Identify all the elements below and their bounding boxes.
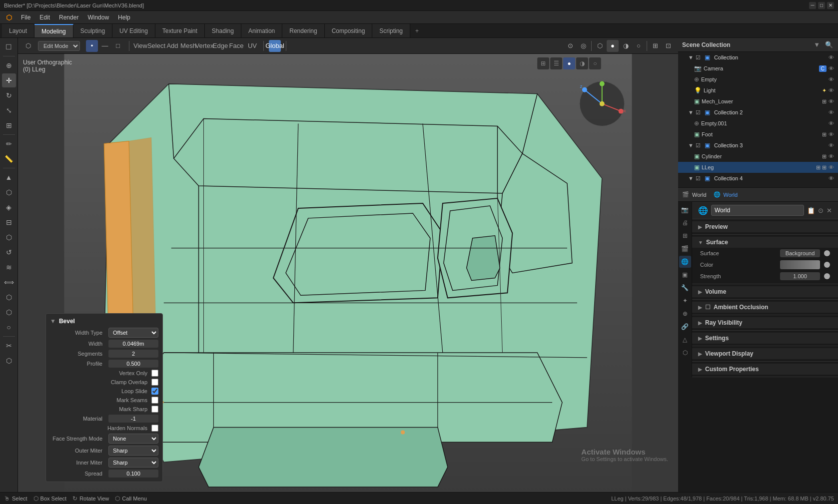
loop-slide-checkbox[interactable] bbox=[151, 388, 158, 395]
surface-dot[interactable] bbox=[824, 250, 830, 256]
tab-scripting[interactable]: Scripting bbox=[372, 24, 410, 37]
maximize-button[interactable]: □ bbox=[818, 2, 825, 9]
shrink-tool[interactable]: ⬡ bbox=[2, 290, 16, 304]
constraints-icon[interactable]: 🔗 bbox=[679, 321, 691, 333]
tab-sculpting[interactable]: Sculpting bbox=[73, 24, 112, 37]
bisect-tool[interactable]: ⬡ bbox=[2, 354, 16, 368]
minimize-button[interactable]: ─ bbox=[809, 2, 816, 9]
global-transform[interactable]: Global bbox=[269, 40, 281, 52]
loop-cut-tool[interactable]: ⊟ bbox=[2, 215, 16, 229]
add-menu[interactable]: Add bbox=[166, 40, 178, 52]
tab-texture-paint[interactable]: Texture Paint bbox=[155, 24, 205, 37]
empty-vis[interactable]: 👁 bbox=[829, 76, 834, 82]
xray-btn[interactable]: ⊡ bbox=[662, 40, 674, 52]
strength-val[interactable]: 1.000 bbox=[780, 272, 820, 280]
cylinder-vis[interactable]: 👁 bbox=[829, 153, 834, 159]
collection4-vis[interactable]: 👁 bbox=[829, 175, 834, 181]
ao-checkbox[interactable]: ☐ bbox=[705, 304, 711, 311]
vertex-menu[interactable]: Vertex bbox=[198, 40, 210, 52]
proportional-icon[interactable]: ◎ bbox=[577, 40, 589, 52]
object-props-icon[interactable]: ▣ bbox=[679, 269, 691, 281]
outliner-search[interactable]: 🔍 bbox=[824, 40, 834, 49]
shading-rendered[interactable]: ○ bbox=[633, 40, 645, 52]
outer-miter-select[interactable]: Sharp Patch Arc bbox=[108, 446, 158, 456]
annotate-tool[interactable]: ✏ bbox=[2, 137, 16, 151]
custom-props-header[interactable]: ▶ Custom Properties bbox=[692, 364, 838, 375]
ao-header[interactable]: ▶ ☐ Ambient Occlusion bbox=[692, 302, 838, 313]
foot-item[interactable]: ▣ Foot ⊞ 👁 bbox=[678, 129, 838, 140]
menu-blender[interactable]: ⬡ bbox=[2, 12, 16, 22]
collection3-root[interactable]: ▼ ☑ ▣ Collection 3 👁 bbox=[678, 140, 838, 151]
color-picker[interactable] bbox=[780, 260, 820, 269]
world-props-icon[interactable]: 🌐 bbox=[679, 256, 691, 268]
volume-header[interactable]: ▶ Volume bbox=[692, 286, 838, 297]
segments-input[interactable]: 2 bbox=[108, 350, 158, 358]
face-menu[interactable]: Face bbox=[230, 40, 242, 52]
bevel-panel-header[interactable]: ▼ Bevel bbox=[46, 317, 162, 327]
poly-build-tool[interactable]: ⬡ bbox=[2, 230, 16, 244]
world-close-icon[interactable]: ✕ bbox=[827, 207, 832, 214]
mark-seams-checkbox[interactable] bbox=[151, 397, 158, 404]
light-vis[interactable]: 👁 bbox=[829, 87, 834, 93]
width-type-select[interactable]: Offset Width Depth Percent bbox=[108, 328, 158, 338]
collection3-vis[interactable]: 👁 bbox=[829, 142, 834, 148]
close-button[interactable]: ✕ bbox=[827, 2, 834, 9]
color-dot[interactable] bbox=[824, 262, 830, 268]
lleg-vis[interactable]: 👁 bbox=[829, 164, 834, 170]
preview-header[interactable]: ▶ Preview bbox=[692, 221, 838, 232]
collection-vis-1[interactable]: 👁 bbox=[829, 54, 834, 60]
face-mode-btn[interactable]: □ bbox=[112, 40, 124, 52]
material-input[interactable]: -1 bbox=[108, 415, 158, 423]
menu-help[interactable]: Help bbox=[114, 13, 134, 22]
clamp-overlap-checkbox[interactable] bbox=[151, 379, 158, 386]
uv-menu[interactable]: UV bbox=[246, 40, 258, 52]
world-new-icon[interactable]: 📋 bbox=[807, 207, 815, 214]
mode-dropdown[interactable]: Edit Mode bbox=[38, 41, 80, 51]
empty-item[interactable]: ⊕ Empty 👁 bbox=[678, 74, 838, 85]
shading-lpe[interactable]: ◑ bbox=[620, 40, 632, 52]
strength-dot[interactable] bbox=[824, 273, 830, 279]
world-name-input[interactable] bbox=[711, 205, 804, 216]
edge-menu[interactable]: Edge bbox=[214, 40, 226, 52]
viewport-type-icon[interactable]: ⬡ bbox=[22, 40, 34, 52]
shading-wire[interactable]: ⬡ bbox=[594, 40, 606, 52]
light-item[interactable]: 💡 Light ✦ 👁 bbox=[678, 85, 838, 96]
scale-tool[interactable]: ⤡ bbox=[2, 103, 16, 117]
tab-modeling[interactable]: Modeling bbox=[34, 24, 73, 37]
cursor-tool[interactable]: ⊕ bbox=[2, 58, 16, 72]
object-data-icon[interactable]: △ bbox=[679, 334, 691, 346]
menu-window[interactable]: Window bbox=[83, 13, 113, 22]
vertex-mode-btn[interactable]: • bbox=[86, 40, 98, 52]
spread-input[interactable]: 0.100 bbox=[108, 470, 158, 478]
profile-input[interactable]: 0.500 bbox=[108, 360, 158, 368]
outliner-filter[interactable]: ▼ bbox=[813, 40, 821, 49]
tab-rendering[interactable]: Rendering bbox=[282, 24, 324, 37]
overlay-btn[interactable]: ⊞ bbox=[649, 40, 661, 52]
shading-solid[interactable]: ● bbox=[607, 40, 619, 52]
viewport[interactable]: ⬡ Edit Mode • — □ View Select Add Mesh V… bbox=[18, 38, 678, 492]
spin-tool[interactable]: ↺ bbox=[2, 245, 16, 259]
surface-val[interactable]: Background bbox=[780, 249, 820, 257]
collection2-root[interactable]: ▼ ☑ ▣ Collection 2 👁 bbox=[678, 107, 838, 118]
inset-tool[interactable]: ⬡ bbox=[2, 185, 16, 199]
modifier-icon[interactable]: 🔧 bbox=[679, 282, 691, 294]
ray-vis-header[interactable]: ▶ Ray Visibility bbox=[692, 317, 838, 328]
tab-shading[interactable]: Shading bbox=[205, 24, 241, 37]
to-sphere-tool[interactable]: ○ bbox=[2, 320, 16, 334]
particles-icon[interactable]: ✦ bbox=[679, 295, 691, 307]
tab-compositing[interactable]: Compositing bbox=[325, 24, 373, 37]
foot-vis[interactable]: 👁 bbox=[829, 131, 834, 137]
scene-props-icon[interactable]: 🎬 bbox=[679, 243, 691, 255]
add-workspace-button[interactable]: + bbox=[410, 24, 424, 37]
world-browse-icon[interactable]: ⊙ bbox=[818, 207, 824, 214]
output-props-icon[interactable]: 🖨 bbox=[679, 217, 691, 229]
collection-root[interactable]: ▼ ☑ ▣ Collection 👁 bbox=[678, 52, 838, 63]
camera-item[interactable]: 📷 Camera C 👁 bbox=[678, 63, 838, 74]
mech-lower-item[interactable]: ▣ Mech_Lower ⊞ 👁 bbox=[678, 96, 838, 107]
vertex-only-checkbox[interactable] bbox=[151, 370, 158, 377]
inner-miter-select[interactable]: Sharp Patch Arc bbox=[108, 458, 158, 468]
menu-edit[interactable]: Edit bbox=[35, 13, 54, 22]
select-box-tool[interactable]: ☐ bbox=[2, 40, 16, 54]
move-tool[interactable]: ✛ bbox=[2, 73, 16, 87]
material-icon[interactable]: ⬡ bbox=[679, 347, 691, 359]
